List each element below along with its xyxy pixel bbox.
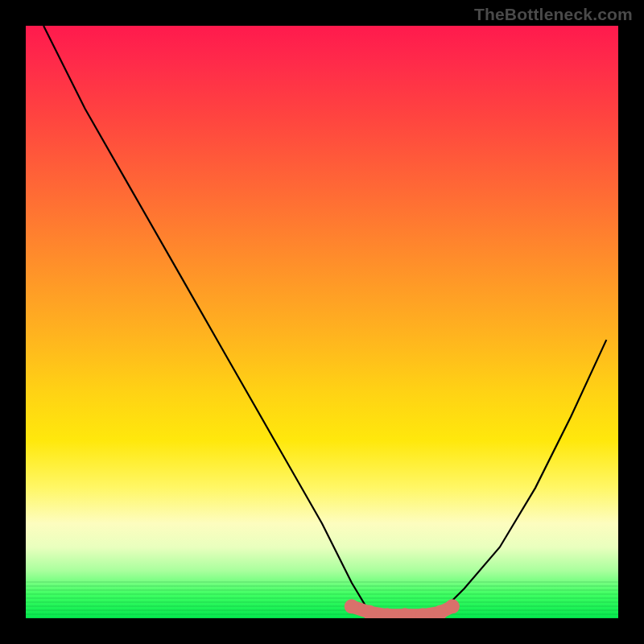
curve-layer: [26, 26, 618, 618]
plot-area: [26, 26, 618, 618]
optimal-marker: [345, 599, 460, 618]
watermark-text: TheBottleneck.com: [474, 5, 633, 24]
bottleneck-curve: [43, 26, 606, 618]
optimal-marker-dot: [445, 599, 460, 613]
curve-path: [43, 26, 606, 618]
optimal-marker-dot: [345, 599, 359, 613]
chart-frame: TheBottleneck.com: [0, 0, 644, 644]
